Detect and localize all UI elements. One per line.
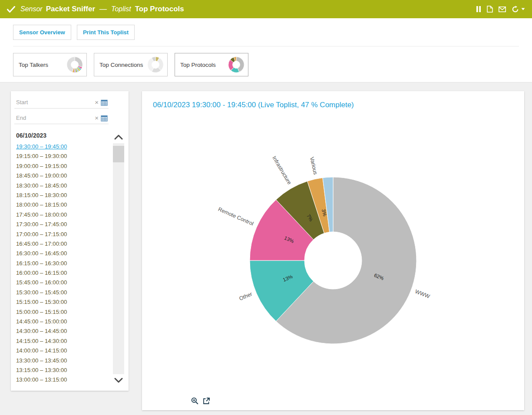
toplist-interval[interactable]: 18:00:00 – 18:15:00 <box>16 200 112 210</box>
toplist-interval[interactable]: 18:45:00 – 19:00:00 <box>16 171 112 181</box>
caret-down-icon[interactable] <box>521 8 525 10</box>
toplist-interval[interactable]: 19:30:00 – 19:45:00 <box>16 142 112 152</box>
toplist-interval[interactable]: 16:45:00 – 17:00:00 <box>16 239 112 249</box>
toplist-interval[interactable]: 15:30:00 – 15:45:00 <box>16 288 112 297</box>
toplist-interval[interactable]: 18:30:00 – 18:45:00 <box>16 181 112 191</box>
interval-list-wrap: 06/10/2023 19:30:00 – 19:45:0019:15:00 –… <box>14 131 124 386</box>
scrollbar-track[interactable] <box>113 143 124 374</box>
toplist-interval[interactable]: 14:00:00 – 14:15:00 <box>16 346 112 356</box>
clear-end-icon[interactable]: × <box>95 115 99 121</box>
pie-category-label: Infrastructure <box>271 155 293 186</box>
header-actions <box>476 6 525 13</box>
toplist-interval[interactable]: 17:45:00 – 18:00:00 <box>16 210 112 220</box>
calendar-icon[interactable] <box>101 115 108 122</box>
zoom-in-icon[interactable] <box>191 397 198 405</box>
tab-top-talkers[interactable]: Top Talkers <box>13 53 87 76</box>
chart-title: 06/10/2023 19:30:00 - 19:45:00 (Live Top… <box>153 101 354 109</box>
clear-start-icon[interactable]: × <box>95 99 99 105</box>
scrollbar-thumb[interactable] <box>113 146 124 162</box>
toplist-interval[interactable]: 15:45:00 – 16:00:00 <box>16 278 112 287</box>
breadcrumb-page-title: Top Protocols <box>135 5 184 13</box>
toplist-chart-panel: 06/10/2023 19:30:00 - 19:45:00 (Live Top… <box>142 91 524 410</box>
sub-header: Sensor Overview Print This Toplist Top T… <box>0 18 532 82</box>
toplist-interval[interactable]: 16:00:00 – 16:15:00 <box>16 268 112 278</box>
toplist-interval[interactable]: 13:00:00 – 13:15:00 <box>16 375 112 385</box>
toplist-interval[interactable]: 18:15:00 – 18:30:00 <box>16 191 112 200</box>
date-header: 06/10/2023 <box>16 131 112 142</box>
pie-category-label: Various <box>309 156 319 175</box>
tab-top-protocols[interactable]: Top Protocols <box>175 53 248 76</box>
toplist-interval[interactable]: 13:30:00 – 13:45:00 <box>16 356 112 366</box>
email-icon[interactable] <box>499 7 506 12</box>
pie-category-label: Remote Control <box>217 206 254 227</box>
tab-label: Top Connections <box>99 62 143 68</box>
tab-label: Top Talkers <box>19 62 48 68</box>
toplist-interval[interactable]: 14:45:00 – 15:00:00 <box>16 317 112 326</box>
refresh-icon[interactable] <box>512 6 519 13</box>
breadcrumb-section: Toplist <box>111 5 131 13</box>
toplist-interval[interactable]: 17:00:00 – 17:15:00 <box>16 230 112 239</box>
scroll-up-icon[interactable] <box>112 131 124 143</box>
start-date-input[interactable] <box>15 97 93 107</box>
toplist-interval[interactable]: 15:00:00 – 15:15:00 <box>16 307 112 317</box>
toplist-pie-svg: 62%WWW13%Other13%Remote Control7%Infrast… <box>142 114 524 400</box>
tab-donut-icon <box>147 56 164 73</box>
toplist-interval[interactable]: 17:30:00 – 17:45:00 <box>16 220 112 229</box>
end-input-row: × <box>14 113 109 124</box>
calendar-icon[interactable] <box>101 99 108 106</box>
breadcrumb-separator: — <box>99 5 107 13</box>
interval-list: 06/10/2023 19:30:00 – 19:45:0019:15:00 –… <box>14 131 112 386</box>
toplist-interval[interactable]: 16:15:00 – 16:30:00 <box>16 259 112 268</box>
check-icon <box>7 6 15 13</box>
open-external-icon[interactable] <box>203 398 210 405</box>
breadcrumb-sensor-name[interactable]: Packet Sniffer <box>46 5 95 13</box>
print-toplist-button[interactable]: Print This Toplist <box>77 25 135 40</box>
toplist-interval[interactable]: 14:30:00 – 14:45:00 <box>16 326 112 336</box>
scrollbar <box>112 131 124 386</box>
toplist-interval[interactable]: 13:15:00 – 13:30:00 <box>16 366 112 375</box>
tab-label: Top Protocols <box>180 62 216 68</box>
end-date-input[interactable] <box>15 113 93 123</box>
toplist-intervals: 19:30:00 – 19:45:0019:15:00 – 19:30:0019… <box>16 142 112 385</box>
toplist-interval[interactable]: 14:15:00 – 14:30:00 <box>16 336 112 346</box>
tab-donut-icon <box>228 56 245 73</box>
chart-footer <box>191 397 210 405</box>
toplist-interval[interactable]: 19:00:00 – 19:15:00 <box>16 161 112 171</box>
interval-picker-panel: × × 06/10/2023 19:30:00 – 19:45:0019:15:… <box>11 91 129 391</box>
toplist-interval[interactable]: 15:15:00 – 15:30:00 <box>16 297 112 307</box>
toplist-interval[interactable]: 19:15:00 – 19:30:00 <box>16 152 112 161</box>
start-input-row: × <box>14 97 109 109</box>
sensor-overview-button[interactable]: Sensor Overview <box>13 25 71 40</box>
pause-icon[interactable] <box>476 6 481 12</box>
pie-slice <box>75 57 83 67</box>
tab-donut-icon <box>66 56 83 73</box>
pie-category-label: WWW <box>414 288 431 300</box>
toplist-interval[interactable]: 16:30:00 – 16:45:00 <box>16 249 112 258</box>
toplist-tabs: Top Talkers Top Connections Top Protocol… <box>13 46 519 76</box>
toolbar: Sensor Overview Print This Toplist <box>13 18 519 46</box>
scroll-down-icon[interactable] <box>112 374 124 386</box>
breadcrumb-sensor-type[interactable]: Sensor <box>20 5 43 13</box>
page: Sensor Packet Sniffer — Toplist Top Prot… <box>0 0 532 415</box>
header-bar: Sensor Packet Sniffer — Toplist Top Prot… <box>0 0 532 18</box>
tab-top-connections[interactable]: Top Connections <box>94 53 168 76</box>
pie-category-label: Other <box>238 291 253 302</box>
report-icon[interactable] <box>487 6 493 13</box>
